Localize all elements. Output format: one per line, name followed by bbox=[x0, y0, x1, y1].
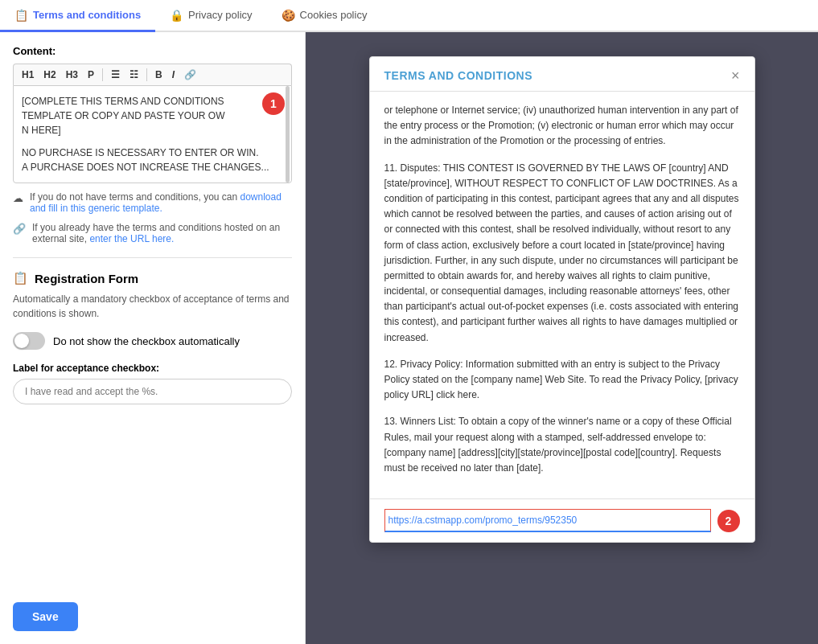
right-panel: TERMS AND CONDITIONS × or telephone or I… bbox=[306, 32, 818, 644]
badge-2: 2 bbox=[717, 510, 740, 532]
checkbox-label-input[interactable] bbox=[13, 379, 292, 404]
editor-toolbar: H1 H2 H3 P ☰ ☷ B I 🔗 bbox=[13, 64, 292, 85]
link-icon-2: 🔗 bbox=[13, 223, 26, 235]
modal-header: TERMS AND CONDITIONS × bbox=[370, 57, 754, 92]
h3-button[interactable]: H3 bbox=[63, 68, 81, 82]
save-button-wrapper: Save bbox=[13, 602, 78, 631]
enter-url-link[interactable]: enter the URL here. bbox=[89, 233, 174, 244]
toggle-row: Do not show the checkbox automatically bbox=[13, 332, 292, 350]
p-button[interactable]: P bbox=[84, 68, 97, 82]
info-row-1: ☁ If you do not have terms and condition… bbox=[13, 191, 292, 214]
link-button[interactable]: 🔗 bbox=[181, 68, 199, 82]
modal-paragraph-3: 12. Privacy Policy: Information submitte… bbox=[384, 357, 740, 404]
toolbar-sep-1 bbox=[102, 68, 103, 81]
tab-cookies[interactable]: 🍪 Cookies policy bbox=[267, 0, 382, 32]
modal-paragraph-2: 11. Disputes: THIS CONTEST IS GOVERNED B… bbox=[384, 161, 740, 346]
editor-area[interactable]: [COMPLETE THIS TERMS AND CONDITIONS TEMP… bbox=[13, 85, 292, 183]
h1-button[interactable]: H1 bbox=[18, 68, 37, 82]
modal-footer: 2 bbox=[370, 498, 754, 542]
info-row-2: 🔗 If you already have the terms and cond… bbox=[13, 222, 292, 244]
modal-paragraph-4: 13. Winners List: To obtain a copy of th… bbox=[384, 414, 740, 476]
terms-icon: 📋 bbox=[14, 9, 28, 22]
toggle-label: Do not show the checkbox automatically bbox=[53, 335, 240, 347]
main-layout: Content: H1 H2 H3 P ☰ ☷ B I 🔗 [COMPLETE … bbox=[0, 32, 818, 644]
badge-1: 1 bbox=[262, 92, 285, 115]
italic-button[interactable]: I bbox=[169, 68, 178, 82]
terms-modal: TERMS AND CONDITIONS × or telephone or I… bbox=[369, 56, 755, 543]
h2-button[interactable]: H2 bbox=[40, 68, 59, 82]
modal-body[interactable]: or telephone or Internet service; (iv) u… bbox=[370, 92, 754, 498]
modal-url-input[interactable] bbox=[384, 509, 711, 532]
tab-bar: 📋 Terms and conditions 🔒 Privacy policy … bbox=[0, 0, 818, 32]
tab-terms[interactable]: 📋 Terms and conditions bbox=[0, 0, 155, 32]
cookies-icon: 🍪 bbox=[282, 9, 295, 22]
modal-paragraph-1: or telephone or Internet service; (iv) u… bbox=[384, 103, 740, 150]
bold-button[interactable]: B bbox=[152, 68, 166, 82]
divider bbox=[13, 257, 292, 258]
modal-title: TERMS AND CONDITIONS bbox=[384, 69, 532, 82]
toggle-switch[interactable] bbox=[13, 332, 45, 350]
tab-privacy[interactable]: 🔒 Privacy policy bbox=[155, 0, 266, 32]
checkbox-label-title: Label for acceptance checkbox: bbox=[13, 363, 292, 374]
save-button[interactable]: Save bbox=[13, 602, 78, 631]
toggle-knob bbox=[14, 334, 29, 348]
ol-button[interactable]: ☷ bbox=[126, 68, 142, 82]
registration-icon: 📋 bbox=[13, 271, 28, 285]
content-label: Content: bbox=[13, 45, 292, 57]
modal-close-button[interactable]: × bbox=[731, 68, 740, 83]
ul-button[interactable]: ☰ bbox=[108, 68, 123, 82]
registration-desc: Automatically a mandatory checkbox of ac… bbox=[13, 292, 292, 321]
cloud-icon: ☁ bbox=[13, 192, 23, 204]
privacy-icon: 🔒 bbox=[170, 9, 183, 22]
left-panel: Content: H1 H2 H3 P ☰ ☷ B I 🔗 [COMPLETE … bbox=[0, 32, 306, 644]
editor-text: [COMPLETE THIS TERMS AND CONDITIONS TEMP… bbox=[22, 94, 283, 174]
editor-scrollbar[interactable] bbox=[286, 86, 290, 183]
toolbar-sep-2 bbox=[146, 68, 147, 81]
registration-form-title: 📋 Registration Form bbox=[13, 271, 292, 285]
